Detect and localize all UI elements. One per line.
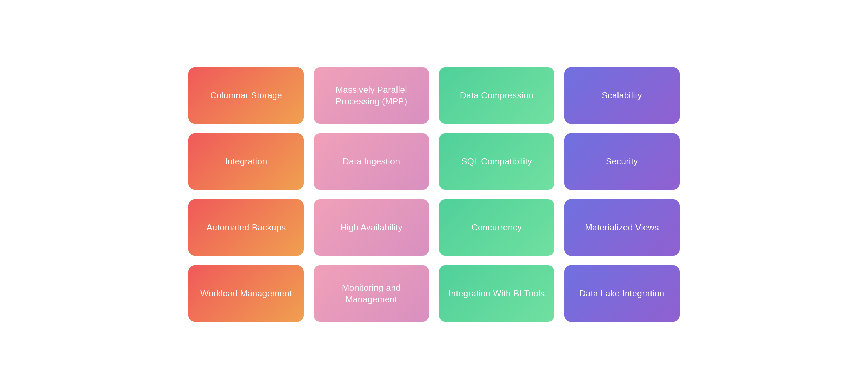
card-data-compression[interactable]: Data Compression xyxy=(439,67,554,124)
card-label-data-compression: Data Compression xyxy=(460,90,533,101)
card-high-availability[interactable]: High Availability xyxy=(314,199,429,256)
card-label-concurrency: Concurrency xyxy=(472,222,522,233)
card-data-ingestion[interactable]: Data Ingestion xyxy=(314,133,429,190)
card-label-automated-backups: Automated Backups xyxy=(206,222,286,233)
card-integration[interactable]: Integration xyxy=(188,133,304,190)
card-label-materialized-views: Materialized Views xyxy=(585,222,659,233)
feature-grid: Columnar StorageMassively Parallel Proce… xyxy=(188,67,680,322)
card-columnar-storage[interactable]: Columnar Storage xyxy=(188,67,304,124)
card-scalability[interactable]: Scalability xyxy=(564,67,680,124)
card-label-mpp: Massively Parallel Processing (MPP) xyxy=(322,84,421,107)
card-automated-backups[interactable]: Automated Backups xyxy=(188,199,304,256)
card-label-monitoring-management: Monitoring and Management xyxy=(322,282,421,305)
card-label-columnar-storage: Columnar Storage xyxy=(210,90,282,101)
card-integration-bi-tools[interactable]: Integration With BI Tools xyxy=(439,265,554,322)
card-workload-management[interactable]: Workload Management xyxy=(188,265,304,322)
card-label-integration: Integration xyxy=(225,156,267,167)
card-sql-compatibility[interactable]: SQL Compatibility xyxy=(439,133,554,190)
card-label-data-ingestion: Data Ingestion xyxy=(343,156,400,167)
card-materialized-views[interactable]: Materialized Views xyxy=(564,199,680,256)
card-security[interactable]: Security xyxy=(564,133,680,190)
card-label-data-lake-integration: Data Lake Integration xyxy=(579,288,664,299)
card-label-high-availability: High Availability xyxy=(340,222,402,233)
card-mpp[interactable]: Massively Parallel Processing (MPP) xyxy=(314,67,429,124)
card-label-integration-bi-tools: Integration With BI Tools xyxy=(448,288,545,299)
card-label-sql-compatibility: SQL Compatibility xyxy=(461,156,532,167)
card-label-security: Security xyxy=(606,156,638,167)
card-concurrency[interactable]: Concurrency xyxy=(439,199,554,256)
card-label-workload-management: Workload Management xyxy=(200,288,292,299)
card-data-lake-integration[interactable]: Data Lake Integration xyxy=(564,265,680,322)
card-label-scalability: Scalability xyxy=(602,90,642,101)
card-monitoring-management[interactable]: Monitoring and Management xyxy=(314,265,429,322)
